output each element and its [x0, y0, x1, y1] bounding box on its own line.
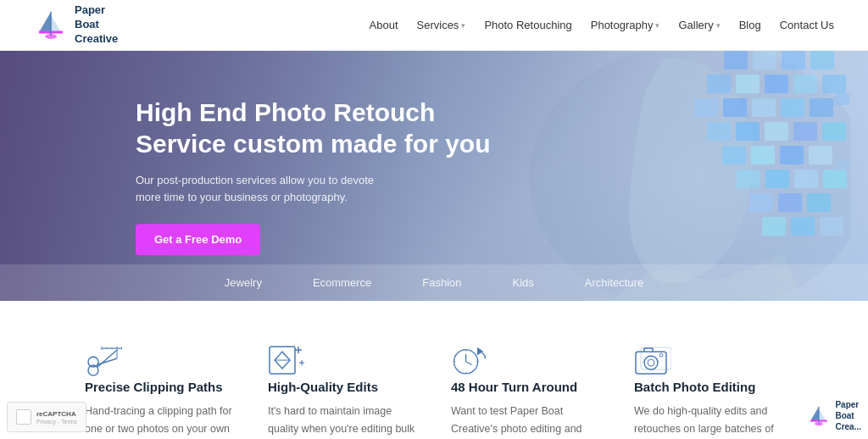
- hero-content: High End Photo Retouch Service custom ma…: [136, 97, 500, 256]
- camera-icon: [634, 343, 671, 377]
- svg-rect-34: [778, 193, 802, 212]
- clock-icon: [451, 343, 488, 377]
- hero-title: High End Photo Retouch Service custom ma…: [136, 97, 500, 160]
- svg-line-61: [466, 362, 472, 365]
- svg-rect-15: [694, 98, 718, 117]
- svg-rect-20: [707, 122, 731, 141]
- svg-marker-72: [811, 406, 820, 420]
- svg-rect-17: [752, 98, 776, 117]
- category-jewelry[interactable]: Jewelry: [225, 276, 262, 289]
- svg-rect-10: [707, 75, 731, 93]
- svg-rect-22: [765, 122, 788, 141]
- svg-marker-1: [51, 15, 61, 32]
- svg-rect-35: [807, 193, 831, 212]
- footer-logo-icon: [807, 404, 831, 428]
- nav-photography[interactable]: Photography ▾: [591, 19, 660, 31]
- nav-blog[interactable]: Blog: [739, 19, 761, 31]
- category-ecommerce[interactable]: Ecommerce: [313, 276, 371, 289]
- feature-desc-batch: We do high-quality edits and retouches o…: [634, 403, 783, 439]
- svg-rect-24: [822, 122, 846, 141]
- svg-rect-6: [724, 51, 748, 69]
- category-fashion[interactable]: Fashion: [422, 276, 461, 289]
- chevron-down-icon: ▾: [461, 21, 465, 30]
- svg-rect-37: [791, 217, 815, 236]
- hero-face-svg: [444, 51, 851, 301]
- recaptcha-checkbox[interactable]: [16, 409, 31, 425]
- svg-rect-38: [820, 217, 843, 236]
- svg-point-69: [648, 359, 654, 366]
- feature-desc-quality: It's hard to maintain image quality when…: [268, 403, 417, 439]
- header: Paper Boat Creative About Services ▾ Pho…: [0, 0, 868, 51]
- svg-marker-62: [478, 348, 482, 354]
- svg-rect-8: [782, 51, 805, 69]
- recaptcha-widget[interactable]: reCAPTCHA Privacy - Terms: [7, 402, 86, 432]
- svg-rect-23: [793, 122, 817, 141]
- svg-marker-0: [39, 12, 51, 32]
- svg-rect-13: [793, 75, 817, 93]
- nav-services[interactable]: Services ▾: [417, 19, 466, 31]
- chevron-down-icon: ▾: [655, 21, 659, 30]
- svg-rect-32: [823, 169, 847, 188]
- svg-rect-27: [780, 146, 804, 164]
- diamond-icon: [268, 343, 305, 377]
- feature-batch-editing: Batch Photo Editing We do high-quality e…: [634, 343, 783, 439]
- feature-desc-clipping: Hand-tracing a clipping path for one or …: [85, 403, 234, 439]
- nav-gallery[interactable]: Gallery ▾: [678, 19, 720, 31]
- nav-about[interactable]: About: [370, 19, 398, 31]
- svg-rect-39: [834, 93, 849, 105]
- hero-section: High End Photo Retouch Service custom ma…: [0, 51, 868, 301]
- feature-title-batch: Batch Photo Editing: [634, 380, 783, 394]
- category-kids[interactable]: Kids: [513, 276, 534, 289]
- svg-rect-33: [749, 193, 773, 212]
- feature-title-quality: High-Quality Edits: [268, 380, 417, 394]
- logo-icon: [34, 8, 68, 42]
- feature-quality-edits: High-Quality Edits It's hard to maintain…: [268, 343, 417, 439]
- svg-point-76: [815, 422, 824, 425]
- svg-rect-12: [765, 75, 788, 93]
- feature-turnaround: 48 Hour Turn Around Want to test Paper B…: [451, 343, 600, 439]
- svg-rect-19: [810, 98, 833, 117]
- nav-photo-retouching[interactable]: Photo Retouching: [484, 19, 571, 31]
- svg-point-4: [45, 34, 57, 39]
- svg-rect-7: [753, 51, 776, 69]
- svg-line-43: [97, 350, 118, 368]
- category-bar: Jewelry Ecommerce Fashion Kids Architect…: [0, 264, 868, 301]
- logo[interactable]: Paper Boat Creative: [34, 3, 118, 47]
- svg-point-59: [454, 350, 478, 374]
- category-architecture[interactable]: Architecture: [585, 276, 643, 289]
- feature-title-clipping: Precise Clipping Paths: [85, 380, 234, 394]
- get-free-demo-button[interactable]: Get a Free Demo: [136, 224, 260, 255]
- svg-rect-28: [809, 146, 832, 164]
- nav: About Services ▾ Photo Retouching Photog…: [370, 19, 834, 31]
- footer-brand: Paper Boat Crea...: [807, 399, 861, 432]
- chevron-down-icon: ▾: [716, 21, 721, 30]
- svg-rect-14: [822, 75, 846, 93]
- svg-rect-11: [736, 75, 760, 93]
- feature-desc-turnaround: Want to test Paper Boat Creative's photo…: [451, 403, 600, 439]
- svg-rect-29: [737, 169, 760, 188]
- scissors-icon: [85, 343, 122, 377]
- features-section: Precise Clipping Paths Hand-tracing a cl…: [0, 301, 868, 439]
- nav-contact[interactable]: Contact Us: [780, 19, 834, 31]
- svg-rect-40: [836, 161, 849, 171]
- svg-point-68: [644, 356, 658, 370]
- hero-subtitle: Our post-production services allow you t…: [136, 172, 398, 208]
- svg-marker-73: [819, 408, 826, 420]
- footer-brand-text: Paper Boat Crea...: [835, 399, 861, 432]
- svg-rect-36: [762, 217, 786, 236]
- svg-rect-25: [722, 146, 746, 164]
- svg-rect-18: [781, 98, 804, 117]
- recaptcha-label: reCAPTCHA: [36, 410, 77, 418]
- svg-rect-30: [765, 169, 789, 188]
- recaptcha-sublabel: Privacy - Terms: [36, 419, 77, 425]
- svg-rect-16: [723, 98, 747, 117]
- svg-rect-9: [810, 51, 834, 69]
- feature-clipping-paths: Precise Clipping Paths Hand-tracing a cl…: [85, 343, 234, 439]
- svg-rect-67: [636, 352, 666, 374]
- feature-title-turnaround: 48 Hour Turn Around: [451, 380, 600, 394]
- svg-rect-31: [794, 169, 818, 188]
- svg-point-70: [659, 353, 663, 357]
- logo-text: Paper Boat Creative: [75, 3, 118, 47]
